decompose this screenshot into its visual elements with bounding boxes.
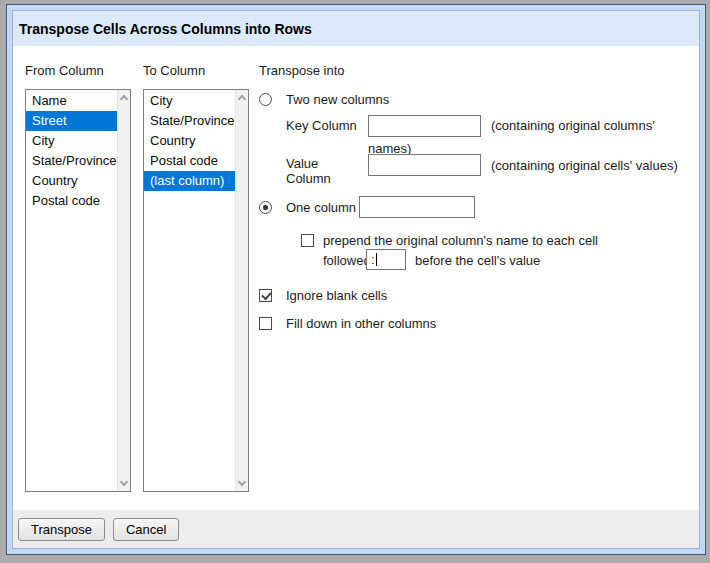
key-column-caption: (containing original columns' (491, 118, 655, 133)
scrollbar[interactable] (235, 90, 248, 491)
transpose-button[interactable]: Transpose (18, 518, 105, 541)
scroll-down-icon[interactable] (120, 478, 128, 486)
ignore-blank-cells-row: Ignore blank cells (259, 287, 387, 303)
overlay-background: Transpose Cells Across Columns into Rows… (0, 0, 710, 563)
dialog-content: Transpose Cells Across Columns into Rows… (12, 10, 700, 549)
key-column-label: Key Column (286, 118, 357, 133)
two-new-columns-radio[interactable] (259, 93, 272, 106)
text-caret (376, 253, 377, 266)
fill-down-row: Fill down in other columns (259, 315, 436, 331)
separator-input[interactable]: : (366, 249, 406, 270)
dialog-body: From Column To Column Transpose into Nam… (13, 46, 699, 510)
two-new-columns-row: Two new columns (259, 91, 389, 107)
two-new-columns-label[interactable]: Two new columns (286, 92, 389, 107)
value-column-label: Value Column (286, 156, 366, 186)
list-item[interactable]: Country (26, 171, 117, 191)
value-column-input[interactable] (368, 154, 481, 176)
prepend-label[interactable]: prepend the original column's name to ea… (323, 233, 598, 248)
prepend-row: prepend the original column's name to ea… (301, 232, 598, 248)
from-column-label: From Column (25, 63, 104, 78)
transpose-into-label: Transpose into (259, 63, 345, 78)
before-value-label: before the cell's value (415, 253, 540, 268)
dialog-title: Transpose Cells Across Columns into Rows (19, 21, 312, 37)
list-item[interactable]: Postal code (144, 151, 235, 171)
cancel-button[interactable]: Cancel (113, 518, 179, 541)
one-column-row: One column (259, 199, 356, 215)
separator-value: : (371, 252, 375, 267)
to-column-list[interactable]: CityState/ProvinceCountryPostal code(las… (143, 89, 249, 492)
transpose-dialog: Transpose Cells Across Columns into Rows… (6, 4, 706, 555)
value-column-caption: (containing original cells' values) (491, 158, 678, 173)
ignore-blank-cells-checkbox[interactable] (259, 289, 272, 302)
list-item[interactable]: Country (144, 131, 235, 151)
list-item[interactable]: City (144, 91, 235, 111)
list-item[interactable]: State/Province (26, 151, 117, 171)
scroll-up-icon[interactable] (120, 95, 128, 103)
fill-down-label[interactable]: Fill down in other columns (286, 316, 436, 331)
scrollbar[interactable] (117, 90, 130, 491)
scroll-up-icon[interactable] (238, 95, 246, 103)
list-item[interactable]: State/Province (144, 111, 235, 131)
dialog-footer: Transpose Cancel (13, 510, 699, 548)
list-item[interactable]: Name (26, 91, 117, 111)
dialog-header: Transpose Cells Across Columns into Rows (13, 11, 699, 46)
list-item[interactable]: City (26, 131, 117, 151)
one-column-input[interactable] (359, 196, 475, 218)
fill-down-checkbox[interactable] (259, 317, 272, 330)
list-item[interactable]: Street (26, 111, 117, 131)
key-column-input[interactable] (368, 115, 481, 137)
from-column-list[interactable]: NameStreetCityState/ProvinceCountryPosta… (25, 89, 131, 492)
scroll-down-icon[interactable] (238, 478, 246, 486)
prepend-checkbox[interactable] (301, 234, 314, 247)
to-column-label: To Column (143, 63, 205, 78)
one-column-radio[interactable] (259, 201, 272, 214)
list-item[interactable]: Postal code (26, 191, 117, 211)
list-item[interactable]: (last column) (144, 171, 235, 191)
one-column-label[interactable]: One column (286, 200, 356, 215)
ignore-blank-cells-label[interactable]: Ignore blank cells (286, 288, 387, 303)
